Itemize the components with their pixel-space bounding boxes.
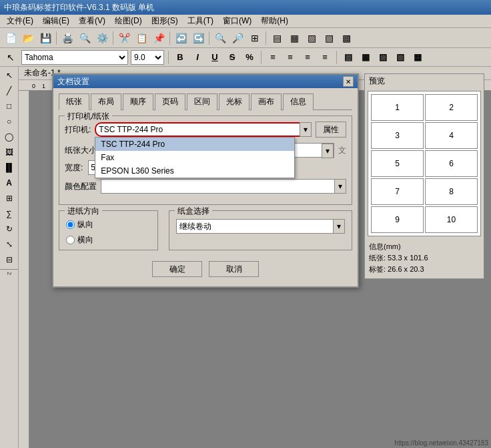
italic-button[interactable]: I: [190, 50, 205, 65]
dialog-close-button[interactable]: ✕: [343, 76, 354, 87]
printer-option-tsc[interactable]: TSC TTP-244 Pro: [95, 138, 294, 151]
paper-dropdown-arrow[interactable]: ▾: [333, 219, 345, 234]
rotate-tool[interactable]: ↻: [2, 222, 17, 236]
format-btn3[interactable]: ▨: [376, 50, 390, 65]
preview-button[interactable]: 🔍: [77, 30, 93, 46]
format-btn5[interactable]: ▩: [410, 50, 425, 65]
document-settings-dialog: 文档设置 ✕ 纸张 布局 顺序 页码 区间 光标 画布 信息 打印机/纸张: [52, 73, 359, 288]
paste-button[interactable]: 📌: [151, 30, 167, 46]
text-tool[interactable]: A: [2, 176, 17, 190]
save-button[interactable]: 💾: [37, 30, 53, 46]
menu-draw[interactable]: 绘图(D): [111, 15, 146, 27]
properties-button[interactable]: 属性: [316, 122, 346, 138]
printer-row: 打印机: TSC TTP-244 Pro ▾ TSC TTP-244 Pro F…: [65, 122, 346, 138]
printer-select-display[interactable]: TSC TTP-244 Pro: [95, 122, 312, 137]
barcode-tool[interactable]: ▐▌: [2, 160, 17, 175]
group-button[interactable]: ▦: [286, 30, 302, 46]
format-btn4[interactable]: ▧: [393, 50, 408, 65]
color-arrow[interactable]: ▾: [334, 179, 346, 194]
preview-cell-1: 1: [371, 94, 424, 121]
draw-rect-tool[interactable]: □: [2, 99, 17, 114]
format-btn2[interactable]: ▦: [358, 50, 373, 65]
copy-button[interactable]: 📋: [133, 30, 149, 46]
align-center-button[interactable]: ≡: [283, 50, 298, 65]
preview-panel: 预览 1 2 3 4 5 6 7 8 9 10 信息(mm) 纸张: 53.3 …: [364, 73, 484, 279]
color-display[interactable]: [101, 179, 346, 194]
tab-canvas[interactable]: 画布: [251, 93, 282, 110]
bold-button[interactable]: B: [173, 50, 187, 65]
font-size-select[interactable]: 9.0: [131, 50, 164, 65]
font-name-select[interactable]: Tahoma: [21, 50, 128, 65]
draw-circle-tool[interactable]: ○: [2, 114, 17, 129]
strikethrough-button[interactable]: S: [225, 50, 239, 65]
preview-cell-4: 4: [425, 122, 478, 149]
menu-window[interactable]: 窗口(W): [219, 15, 256, 27]
separator-2: [113, 31, 113, 45]
menu-tools[interactable]: 工具(T): [183, 15, 217, 27]
tab-paper[interactable]: 纸张: [59, 93, 89, 110]
menu-file[interactable]: 文件(E): [3, 15, 37, 27]
tab-layout[interactable]: 布局: [91, 93, 121, 110]
paper-size-arrow[interactable]: ▾: [322, 144, 334, 158]
title-bar: 中琅条码标签打印软件-V6.3.1 数码版 单机: [0, 0, 491, 15]
zoom-fit-button[interactable]: ⊞: [247, 30, 263, 46]
variable-tool[interactable]: ∑: [2, 206, 17, 221]
menu-shape[interactable]: 图形(S): [147, 15, 182, 27]
open-button[interactable]: 📂: [20, 30, 36, 46]
align-left-button[interactable]: ≡: [266, 50, 280, 65]
preview-label-info: 标签: 26.6 x 20.3: [369, 264, 480, 274]
cursor-tool[interactable]: ↖: [3, 49, 19, 65]
tab-info[interactable]: 信息: [283, 93, 314, 110]
draw-line-tool[interactable]: ╱: [2, 83, 17, 98]
tab-order[interactable]: 顺序: [123, 93, 153, 110]
tab-cursor[interactable]: 光标: [219, 93, 250, 110]
underline-button[interactable]: U: [207, 50, 222, 65]
horizontal-radio[interactable]: [66, 236, 75, 244]
color-dropdown-wrapper: ▾: [101, 179, 346, 194]
ruler-label: 2: [6, 272, 13, 275]
left-separator: [0, 269, 18, 270]
zoom-out-button[interactable]: 🔎: [229, 30, 246, 46]
zoom-in-button[interactable]: 🔍: [212, 30, 228, 46]
color-row: 颜色配置 ▾: [65, 179, 346, 194]
format-btn1[interactable]: ▤: [341, 50, 356, 65]
tab-page-num[interactable]: 页码: [155, 93, 185, 110]
new-button[interactable]: 📄: [3, 30, 19, 46]
printer-option-fax[interactable]: Fax: [95, 151, 294, 164]
paper-selection-title: 纸盒选择: [175, 206, 212, 217]
crop-tool[interactable]: ⊟: [2, 252, 17, 267]
printer-value: TSC TTP-244 Pro: [99, 125, 163, 134]
layer-button[interactable]: ▧: [321, 30, 337, 46]
table-tool[interactable]: ⊞: [2, 191, 17, 206]
undo-button[interactable]: ↩️: [173, 30, 189, 46]
printer-dropdown-arrow[interactable]: ▾: [300, 122, 312, 137]
menu-bar: 文件(E) 编辑(E) 查看(V) 绘图(D) 图形(S) 工具(T) 窗口(W…: [0, 15, 491, 28]
paper-display[interactable]: 继续卷动 ▾: [176, 219, 345, 234]
more-button[interactable]: ▩: [338, 30, 354, 46]
paper-dropdown-wrapper: 继续卷动 ▾: [176, 219, 345, 234]
tab-interval[interactable]: 区间: [187, 93, 217, 110]
confirm-button[interactable]: 确定: [152, 261, 202, 277]
printer-label: 打印机:: [65, 124, 91, 136]
align-button[interactable]: ▤: [269, 30, 285, 46]
align-justify-button[interactable]: ≡: [318, 50, 332, 65]
ungroup-button[interactable]: ▨: [304, 30, 320, 46]
printer-option-epson[interactable]: EPSON L360 Series: [95, 164, 294, 178]
menu-edit[interactable]: 编辑(E): [39, 15, 73, 27]
print-button[interactable]: 🖨️: [59, 30, 75, 46]
cancel-button[interactable]: 取消: [209, 261, 259, 277]
redo-button[interactable]: ↪️: [190, 30, 206, 46]
image-tool[interactable]: 🖼: [2, 145, 17, 160]
percent-button[interactable]: %: [242, 50, 257, 65]
resize-tool[interactable]: ⤡: [2, 237, 17, 252]
preview-cell-9: 9: [371, 206, 424, 233]
menu-view[interactable]: 查看(V): [75, 15, 109, 27]
cut-button[interactable]: ✂️: [116, 30, 132, 46]
menu-help[interactable]: 帮助(H): [257, 15, 292, 27]
vertical-radio[interactable]: [66, 220, 75, 229]
draw-ellipse-tool[interactable]: ◯: [2, 130, 17, 144]
select-tool[interactable]: ↖: [2, 68, 17, 83]
preview-info: 信息(mm) 纸张: 53.3 x 101.6 标签: 26.6 x 20.3: [365, 239, 484, 278]
settings-button[interactable]: ⚙️: [94, 30, 110, 46]
align-right-button[interactable]: ≡: [300, 50, 315, 65]
